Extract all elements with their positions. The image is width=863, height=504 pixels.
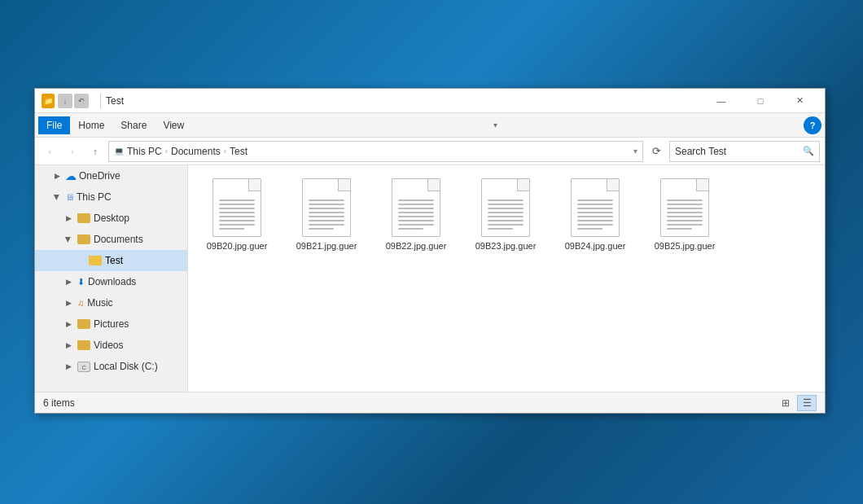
file-line [309,208,344,209]
music-expand-arrow: ▶ [63,297,74,309]
file-line [309,212,344,213]
file-line [219,199,255,201]
file-icon-file4 [481,178,530,237]
path-test: Test [230,146,248,157]
file-line [309,220,344,221]
file-line [398,224,434,226]
file-line [219,212,255,213]
test-folder-icon [89,256,102,265]
grid-view-button[interactable]: ⊞ [776,395,795,411]
file-line [309,199,344,201]
file-item-file2[interactable]: 09B21.jpg.guer [286,173,367,383]
file-line [577,212,613,213]
back-button[interactable]: ‹ [40,142,59,161]
search-box[interactable]: 🔍 [669,141,820,162]
file-line [488,199,523,201]
file-icon-file3 [392,178,440,237]
drive-icon: C [77,362,90,372]
forward-button[interactable]: › [63,142,82,161]
desktop-expand-arrow: ▶ [63,213,74,224]
sidebar-item-desktop[interactable]: ▶ Desktop [35,208,187,229]
files-grid: 09B20.jpg.guer 09B21.jpg.guer [196,173,817,383]
file-line [667,228,692,230]
sidebar-item-videos[interactable]: ▶ Videos [35,335,187,356]
title-folder-icon: 📁 [42,94,55,107]
menu-share[interactable]: Share [112,116,155,134]
downloads-icon: ⬇ [77,277,85,287]
file-line [667,212,703,213]
file-name-file1: 09B20.jpg.guer [207,240,268,252]
downloads-expand-arrow: ▶ [63,276,74,287]
title-bar: 📁 ↓ ↶ Test — □ ✕ [35,89,825,113]
sidebar-label-desktop: Desktop [94,213,129,224]
sidebar-item-music[interactable]: ▶ ♫ Music [35,292,187,313]
file-line [309,216,344,217]
menu-home[interactable]: Home [70,116,112,134]
file-item-file3[interactable]: 09B22.jpg.guer [375,173,457,383]
sidebar-item-test[interactable]: ▶ Test [35,250,187,271]
sidebar-label-videos: Videos [94,340,123,351]
file-icon-file6 [660,178,709,237]
close-button[interactable]: ✕ [781,89,818,113]
sidebar-item-thispc[interactable]: ▶ 🖥 This PC [35,186,187,208]
menu-help-button[interactable]: ? [804,116,821,134]
file-lines-file4 [488,199,523,230]
file-line [309,224,344,226]
videos-expand-arrow: ▶ [63,340,74,351]
cloud-icon: ☁ [65,169,77,182]
file-line [577,224,613,226]
desktop-folder-icon [77,213,90,223]
sidebar-item-onedrive[interactable]: ▶ ☁ OneDrive [35,165,187,186]
search-icon[interactable]: 🔍 [803,146,814,156]
up-button[interactable]: ↑ [85,142,105,161]
file-line [667,216,703,217]
status-bar: 6 items ⊞ ☰ [35,392,825,413]
pictures-folder-icon [77,319,90,329]
sidebar-item-downloads[interactable]: ▶ ⬇ Downloads [35,271,187,292]
sidebar-item-pictures[interactable]: ▶ Pictures [35,313,187,335]
file-line [488,224,523,226]
search-input[interactable] [675,146,803,157]
path-computer-icon: 💻 [114,147,124,156]
file-item-file4[interactable]: 09B23.jpg.guer [465,173,546,383]
path-documents: Documents [171,146,221,157]
title-separator [100,94,101,108]
file-lines-file2 [309,199,344,230]
window-controls: — □ ✕ [703,89,818,113]
file-line [398,212,434,213]
quick-access-icons: ↓ ↶ [58,94,89,108]
refresh-button[interactable]: ⟳ [646,142,666,161]
file-icon-file1 [212,178,261,237]
file-line [398,228,423,230]
sidebar-item-localdisk[interactable]: ▶ C Local Disk (C:) [35,356,187,377]
address-path[interactable]: 💻 This PC › Documents › Test ▾ [108,141,643,162]
computer-icon: 🖥 [65,192,74,202]
quick-btn-2[interactable]: ↶ [74,94,89,108]
menu-file[interactable]: File [38,116,70,134]
minimize-button[interactable]: — [703,89,740,113]
window-title: Test [106,95,703,107]
file-line [219,208,255,209]
file-line [219,216,255,217]
file-name-file5: 09B24.jpg.guer [565,240,626,252]
address-bar: ‹ › ↑ 💻 This PC › Documents › Test ▾ ⟳ 🔍 [35,138,825,165]
file-line [398,199,434,201]
file-line [577,220,613,221]
file-item-file5[interactable]: 09B24.jpg.guer [554,173,636,383]
sidebar-item-documents[interactable]: ▶ Documents [35,229,187,250]
quick-btn-1[interactable]: ↓ [58,94,72,108]
file-area: 09B20.jpg.guer 09B21.jpg.guer [188,165,825,392]
view-buttons: ⊞ ☰ [776,395,817,411]
sidebar-label-documents: Documents [94,234,143,245]
menu-chevron-icon: ▾ [493,121,497,129]
sidebar-label-thispc: This PC [77,191,112,203]
file-line [219,220,255,221]
list-view-button[interactable]: ☰ [797,395,817,411]
file-name-file6: 09B25.jpg.guer [655,240,716,252]
file-line [577,228,602,230]
file-item-file6[interactable]: 09B25.jpg.guer [644,173,725,383]
file-item-file1[interactable]: 09B20.jpg.guer [196,173,278,383]
maximize-button[interactable]: □ [742,89,779,113]
menu-view[interactable]: View [155,116,192,134]
file-lines-file1 [219,199,255,230]
